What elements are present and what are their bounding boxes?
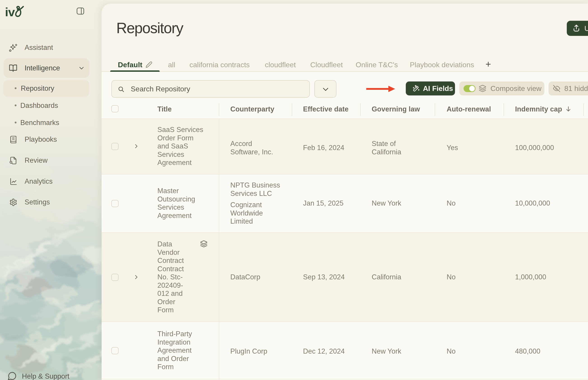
svg-text:iv: iv — [5, 5, 15, 18]
